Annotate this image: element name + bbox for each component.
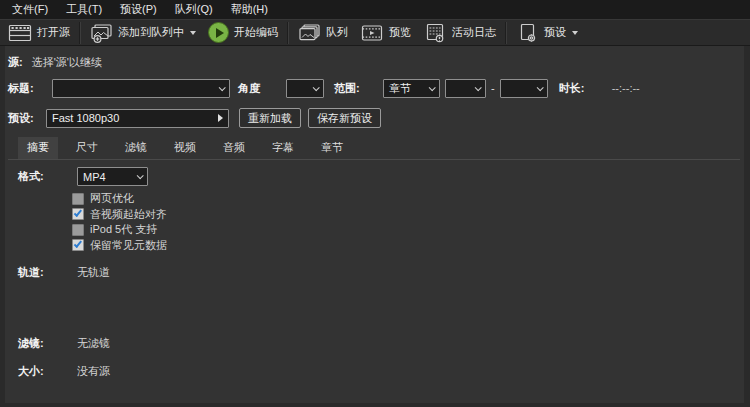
format-row: 格式: MP4 (18, 167, 740, 186)
add-to-queue-button[interactable]: 添加到队列中 (83, 21, 202, 45)
checkbox-icon (72, 193, 84, 205)
tab-dimensions[interactable]: 尺寸 (67, 137, 107, 159)
chevron-down-icon (219, 84, 226, 91)
tab-chapters[interactable]: 章节 (312, 137, 352, 159)
format-dropdown-value: MP4 (83, 171, 106, 183)
range-type-dropdown[interactable]: 章节 (383, 79, 440, 98)
tab-filters[interactable]: 滤镜 (116, 137, 156, 159)
checkbox-label: iPod 5代 支持 (90, 222, 157, 237)
chevron-down-icon (475, 84, 482, 91)
queue-icon (297, 23, 321, 43)
queue-button[interactable]: 队列 (291, 21, 354, 45)
tab-strip: 摘要 尺寸 滤镜 视频 音频 字幕 章节 (8, 141, 740, 160)
menu-queue[interactable]: 队列(Q) (166, 0, 222, 19)
menu-presets[interactable]: 预设(P) (111, 0, 166, 19)
filters-value: 无滤镜 (77, 336, 110, 351)
filters-row: 滤镜: 无滤镜 (18, 336, 740, 351)
chevron-down-icon (313, 84, 320, 91)
checkbox-label: 网页优化 (90, 191, 134, 206)
source-status-row: 源: 选择'源'以继续 (8, 55, 740, 69)
menu-help[interactable]: 帮助(H) (222, 0, 277, 19)
checkbox-label: 保留常见元数据 (90, 238, 167, 253)
menu-bar: 文件(F) 工具(T) 预设(P) 队列(Q) 帮助(H) (0, 0, 750, 19)
reload-preset-button[interactable]: 重新加载 (239, 108, 301, 128)
ipod-support-checkbox[interactable]: iPod 5代 支持 (72, 222, 740, 238)
save-new-preset-button[interactable]: 保存新预设 (308, 108, 381, 128)
preview-label: 预览 (389, 25, 411, 40)
tracks-value: 无轨道 (77, 265, 110, 280)
size-value: 没有源 (77, 364, 110, 379)
chevron-right-icon (218, 114, 223, 122)
tracks-label: 轨道: (18, 265, 77, 280)
handbrake-window: 文件(F) 工具(T) 预设(P) 队列(Q) 帮助(H) 打开源 (0, 0, 750, 407)
title-row: 标题: 角度 范围: 章节 - 时 (8, 78, 740, 98)
web-optimized-checkbox[interactable]: 网页优化 (72, 191, 740, 207)
source-status-text: 选择'源'以继续 (32, 55, 102, 70)
duration-label: 时长: (559, 81, 603, 96)
menu-file[interactable]: 文件(F) (3, 0, 57, 19)
preset-dropdown-value: Fast 1080p30 (52, 112, 119, 124)
chevron-down-icon (536, 84, 543, 91)
add-to-queue-label: 添加到队列中 (118, 25, 184, 40)
film-strip-icon (8, 23, 32, 43)
presets-button[interactable]: 预设 (509, 21, 584, 45)
toolbar-separator (505, 22, 506, 44)
toolbar-separator (287, 22, 288, 44)
range-dash: - (491, 82, 495, 94)
format-options: 网页优化 音视频起始对齐 iPod 5代 支持 保留常见元数据 (18, 191, 740, 253)
toolbar-separator (79, 22, 80, 44)
range-end-dropdown[interactable] (500, 79, 548, 98)
format-label: 格式: (18, 169, 77, 184)
title-dropdown[interactable] (52, 79, 230, 98)
filters-label: 滤镜: (18, 336, 77, 351)
activity-log-button[interactable]: 活动日志 (417, 21, 502, 45)
range-type-value: 章节 (389, 81, 411, 96)
preset-label: 预设: (8, 111, 46, 126)
checkbox-icon (72, 208, 84, 220)
checkbox-label: 音视频起始对齐 (90, 207, 167, 222)
size-label: 大小: (18, 364, 77, 379)
play-icon (208, 22, 229, 43)
activity-log-label: 活动日志 (452, 25, 496, 40)
tab-video[interactable]: 视频 (165, 137, 205, 159)
size-row: 大小: 没有源 (18, 364, 740, 379)
main-content: 源: 选择'源'以继续 标题: 角度 范围: 章节 - (0, 46, 750, 407)
tab-summary[interactable]: 摘要 (18, 137, 58, 159)
preview-button[interactable]: 预览 (354, 21, 417, 45)
chevron-down-icon (190, 31, 196, 35)
preset-row: 预设: Fast 1080p30 重新加载 保存新预设 (8, 108, 740, 128)
add-to-queue-icon (89, 23, 113, 43)
tab-audio[interactable]: 音频 (214, 137, 254, 159)
chevron-down-icon (572, 31, 578, 35)
angle-label: 角度 (238, 81, 282, 96)
open-source-label: 打开源 (37, 25, 70, 40)
angle-dropdown[interactable] (286, 79, 324, 98)
format-dropdown[interactable]: MP4 (77, 167, 148, 186)
keep-metadata-checkbox[interactable]: 保留常见元数据 (72, 238, 740, 254)
summary-panel: 格式: MP4 网页优化 音视频起始对齐 iPod 5代 支持 (8, 160, 740, 379)
av-align-checkbox[interactable]: 音视频起始对齐 (72, 207, 740, 223)
preview-icon (360, 23, 384, 43)
preset-dropdown[interactable]: Fast 1080p30 (46, 109, 229, 128)
activity-log-icon (423, 23, 447, 43)
tracks-row: 轨道: 无轨道 (18, 265, 740, 280)
source-label: 源: (8, 55, 23, 70)
checkbox-icon (72, 239, 84, 251)
presets-label: 预设 (544, 25, 566, 40)
preset-gear-icon (515, 23, 539, 43)
chevron-down-icon (137, 172, 144, 179)
start-encode-label: 开始编码 (234, 25, 278, 40)
open-source-button[interactable]: 打开源 (2, 21, 76, 45)
duration-value: --:--:-- (612, 82, 640, 94)
checkbox-icon (72, 224, 84, 236)
menu-tools[interactable]: 工具(T) (57, 0, 111, 19)
range-start-dropdown[interactable] (445, 79, 486, 98)
title-label: 标题: (8, 81, 52, 96)
queue-label: 队列 (326, 25, 348, 40)
tab-subtitles[interactable]: 字幕 (263, 137, 303, 159)
toolbar: 打开源 添加到队列中 开始编码 (0, 19, 750, 46)
chevron-down-icon (429, 84, 436, 91)
range-label: 范围: (334, 81, 378, 96)
start-encode-button[interactable]: 开始编码 (202, 20, 284, 45)
